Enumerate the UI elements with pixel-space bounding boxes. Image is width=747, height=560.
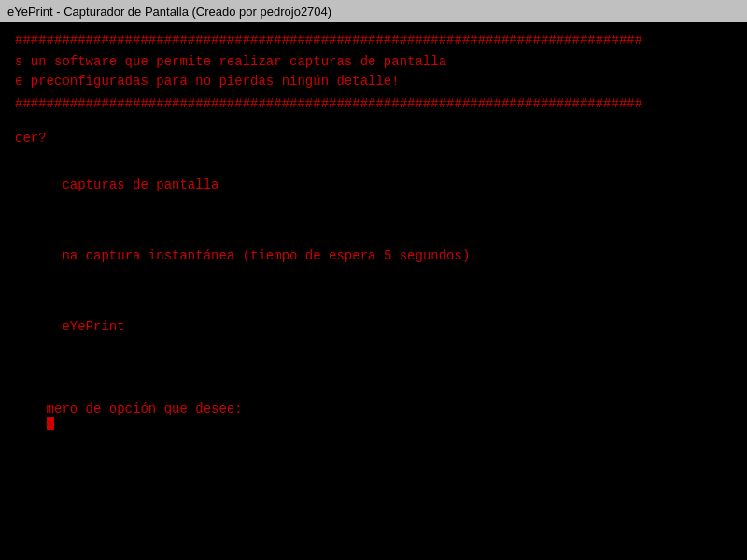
prompt-line[interactable]: mero de opción que desee: — [15, 386, 732, 446]
hash-line-bottom-text: ########################################… — [15, 96, 642, 111]
title-bar: eYePrint - Capturador de Pantalla (Cread… — [0, 0, 747, 22]
menu-item2: na captura instantánea (tiempo de espera… — [15, 221, 732, 292]
menu-item3: eYePrint — [15, 291, 732, 362]
menu-block: cer? capturas de pantalla na captura ins… — [15, 127, 732, 362]
description-line1: s un software que permite realizar captu… — [15, 52, 732, 72]
description-block: s un software que permite realizar captu… — [15, 52, 732, 91]
terminal-window: ########################################… — [0, 22, 747, 560]
hash-line-top: ########################################… — [15, 32, 732, 49]
description-line2: e preconfiguradas para no pierdas ningún… — [15, 72, 732, 91]
menu-header: cer? — [15, 127, 732, 150]
prompt-label: mero de opción que desee: — [47, 401, 243, 416]
menu-item1: capturas de pantalla — [15, 150, 732, 221]
hash-line-bottom: ########################################… — [15, 95, 732, 112]
hash-line-top-text: ########################################… — [15, 33, 642, 48]
title-bar-text: eYePrint - Capturador de Pantalla (Cread… — [7, 5, 331, 19]
cursor — [47, 417, 54, 430]
